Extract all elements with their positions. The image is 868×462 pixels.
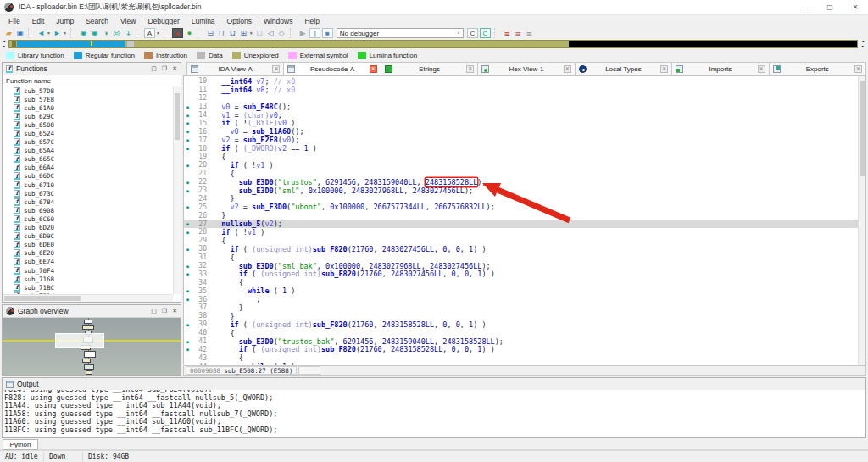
code-line[interactable]: ●28 if ( !v1 ) <box>184 228 858 237</box>
navband-scroll-right-icon[interactable]: ◄► <box>860 40 866 48</box>
tab-pseudocode-a[interactable]: Pseudocode-A✕ <box>284 62 381 75</box>
navigate-back-icon[interactable]: ◄ <box>36 28 46 38</box>
code-line[interactable]: ●36 ; <box>184 295 858 303</box>
code-line[interactable]: ●27 nullsub_5(v2); <box>184 220 858 228</box>
debug-windows-icon[interactable]: ⊟ <box>206 28 215 38</box>
code-line[interactable]: ●44 while ( 1 ) <box>184 362 858 365</box>
function-item[interactable]: fsub_57E8 <box>3 95 173 103</box>
close-icon[interactable]: ✕ <box>172 308 177 314</box>
float-icon[interactable]: ❐ <box>162 308 167 314</box>
menu-edit[interactable]: Edit <box>26 17 51 25</box>
debug-trace-icon[interactable]: ◁ <box>266 28 275 38</box>
function-item[interactable]: fsub_629C <box>3 112 173 120</box>
function-item[interactable]: fsub_65A4 <box>3 147 173 155</box>
navigation-band[interactable] <box>8 40 858 48</box>
code-line[interactable]: ●25 v2 = sub_E3D0("uboot", 0x100000, 266… <box>184 203 858 211</box>
tab-exports[interactable]: Exports✕ <box>770 62 866 75</box>
menu-windows[interactable]: Windows <box>258 17 298 25</box>
code-line[interactable]: 31 { <box>184 253 858 262</box>
script-snippet-icon[interactable]: ≣ <box>514 28 523 38</box>
code-line[interactable]: 34 { <box>184 278 858 287</box>
menu-options[interactable]: Options <box>221 17 258 25</box>
source-c-icon[interactable]: C <box>467 28 478 38</box>
stop-process-icon[interactable]: ■ <box>322 28 333 38</box>
maximize-icon[interactable]: ▢ <box>817 0 843 15</box>
function-item[interactable]: fsub_7168 <box>3 275 173 283</box>
close-icon[interactable]: ✕ <box>843 0 868 15</box>
function-item[interactable]: fsub_6784 <box>3 198 173 206</box>
code-line[interactable]: ●18 if ( (_DWORD)v2 == 1 ) <box>184 144 858 153</box>
function-item[interactable]: fsub_665C <box>3 155 173 164</box>
start-process-icon[interactable]: ▶ <box>298 28 308 38</box>
debug-dropdown[interactable]: ▼ <box>249 31 253 36</box>
code-line[interactable]: ●41 sub_E3D0("trustos_bak", 6291456, 248… <box>184 337 858 346</box>
pseudocode-c-icon[interactable]: C <box>480 28 491 38</box>
function-item[interactable]: fsub_6D20 <box>3 224 173 232</box>
code-line[interactable]: 43 { <box>184 353 858 362</box>
code-line[interactable]: ●13 v0 = sub_E48C(); <box>184 103 858 111</box>
code-line[interactable]: ●15 if ( !(_BYTE)v0 ) <box>184 119 858 127</box>
open-file-icon[interactable]: ▰ <box>4 28 14 38</box>
function-item[interactable]: fsub_57D8 <box>3 86 173 95</box>
tab-close-icon[interactable]: ✕ <box>466 65 474 73</box>
function-item[interactable]: fsub_6524 <box>3 129 173 137</box>
code-line[interactable]: 38 } <box>184 312 858 320</box>
tab-python[interactable]: Python <box>3 439 38 450</box>
function-item[interactable]: fsub_71BC <box>3 283 173 292</box>
jump-address-icon[interactable]: ◉ <box>79 28 88 38</box>
debug-threads-icon[interactable]: Ω <box>228 28 237 38</box>
function-item[interactable]: fsub_6E74 <box>3 258 173 266</box>
navigate-forward-icon[interactable]: ► <box>53 28 62 38</box>
menu-debugger[interactable]: Debugger <box>142 17 185 25</box>
tab-strings[interactable]: Strings✕ <box>381 62 478 75</box>
code-line[interactable]: ●20 if ( !v1 ) <box>184 161 858 170</box>
navigate-back-dropdown[interactable]: ▼ <box>47 31 51 36</box>
function-item[interactable]: fsub_6DE0 <box>3 241 173 249</box>
menu-view[interactable]: View <box>114 17 142 25</box>
function-item[interactable]: fsub_673C <box>3 189 173 198</box>
tab-close-icon[interactable]: ✕ <box>272 65 280 73</box>
debug-stack-icon[interactable]: ⊞ <box>239 28 248 38</box>
navigate-forward-dropdown[interactable]: ▼ <box>63 31 67 36</box>
jump-problem-icon[interactable]: ◎ <box>112 28 121 38</box>
code-line[interactable]: 26 } <box>184 211 858 220</box>
navband-scroll-left-icon[interactable]: ◄► <box>1 40 8 48</box>
menu-help[interactable]: Help <box>298 17 325 25</box>
code-line[interactable]: ●35 while ( 1 ) <box>184 287 858 295</box>
function-item[interactable]: fsub_66DC <box>3 172 173 181</box>
tab-close-icon[interactable]: ✕ <box>564 65 571 73</box>
code-line[interactable]: 12 <box>184 94 858 103</box>
function-item[interactable]: fsub_657C <box>3 138 173 147</box>
function-item[interactable]: fsub_70F4 <box>3 266 173 275</box>
debug-watch-icon[interactable]: □ <box>255 28 264 38</box>
function-item[interactable]: fsub_66A4 <box>3 164 173 172</box>
restore-icon[interactable]: ▢ <box>151 308 157 314</box>
tab-close-icon[interactable]: ✕ <box>854 65 862 73</box>
code-line[interactable]: ●14 v1 = (char)v0; <box>184 111 858 120</box>
debug-modules-icon[interactable]: ⊓ <box>217 28 226 38</box>
functions-vertical-scrollbar[interactable] <box>173 86 181 294</box>
script-list-icon[interactable]: ≣ <box>525 28 534 38</box>
code-line[interactable]: 40 { <box>184 329 858 337</box>
code-line[interactable]: 21 { <box>184 170 858 178</box>
code-line[interactable]: 29 { <box>184 237 858 245</box>
debugger-select[interactable]: No debugger˅ <box>337 28 464 38</box>
functions-horizontal-scrollbar[interactable] <box>3 294 173 302</box>
tab-imports[interactable]: Imports✕ <box>672 62 769 75</box>
code-line[interactable]: ●32 sub_E3D0("sml_bak", 0x100000, 248302… <box>184 262 858 270</box>
tab-close-icon[interactable]: ✕ <box>370 65 377 73</box>
graph-overview-canvas[interactable] <box>3 318 181 375</box>
recent-scripts-icon[interactable]: ≣ <box>503 28 512 38</box>
code-line[interactable]: 37 } <box>184 303 858 312</box>
tab-close-icon[interactable]: ✕ <box>660 65 668 73</box>
text-search-icon[interactable]: A <box>144 28 155 38</box>
code-line[interactable]: ●16 v0 = sub_11A60(); <box>184 127 858 136</box>
functions-panel-header[interactable]: f Functions ▢ ❐ ✕ <box>3 63 181 75</box>
code-line[interactable]: ●42 if ( (unsigned int)sub_F820(21760, 2… <box>184 346 858 354</box>
restore-icon[interactable]: ▢ <box>151 65 157 72</box>
graph-viewport-rect[interactable] <box>55 333 104 348</box>
tab-local-types[interactable]: Local Types✕ <box>576 62 672 75</box>
function-item[interactable]: fsub_6710 <box>3 181 173 189</box>
function-item[interactable]: fsub_6D9C <box>3 232 173 241</box>
tab-hex-view-1[interactable]: Hex View-1✕ <box>478 62 575 75</box>
